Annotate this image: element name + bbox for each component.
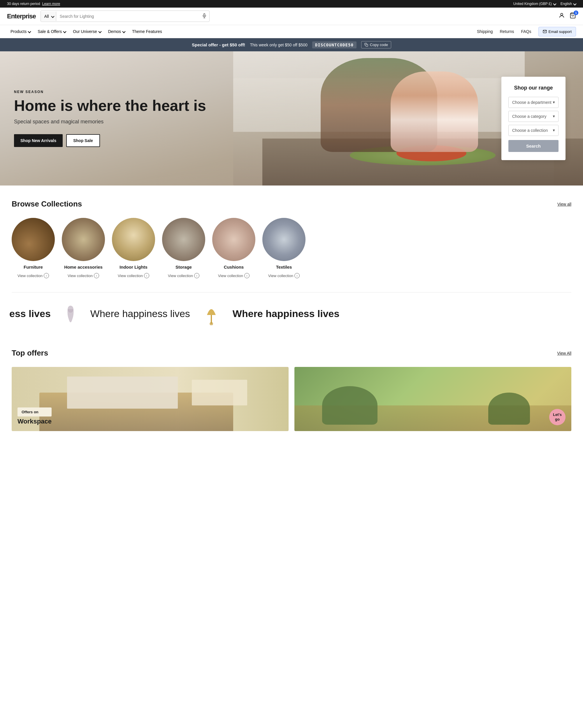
- textiles-arrow-icon: ›: [295, 273, 300, 278]
- promo-description: This week only get $50 off $500: [250, 43, 307, 47]
- happiness-item-1: ess lives: [0, 308, 60, 319]
- garden-cta-icon: Let'sgo: [553, 412, 562, 421]
- collection-name-furniture: Furniture: [24, 264, 43, 269]
- home-accessories-image: [62, 218, 105, 261]
- nav-item-sale[interactable]: Sale & Offers: [34, 25, 70, 38]
- collection-view-cushions[interactable]: View collection ›: [218, 273, 250, 278]
- collection-circle-storage: [162, 218, 205, 261]
- workspace-offer-tag: Offers on: [18, 408, 52, 416]
- search-category-select[interactable]: All: [41, 12, 56, 21]
- returns-link[interactable]: Returns: [500, 29, 514, 34]
- collection-item-textiles[interactable]: Textiles View collection ›: [262, 218, 305, 278]
- learn-more-link[interactable]: Learn more: [42, 2, 60, 6]
- shop-range-widget: Shop our range Choose a department ▼ Cho…: [501, 77, 565, 160]
- collection-item-furniture[interactable]: Furniture View collection ›: [12, 218, 55, 278]
- collection-item-storage[interactable]: Storage View collection ›: [162, 218, 205, 278]
- happiness-strip: ess lives Where happiness lives Where ha…: [0, 292, 583, 335]
- collection-select-wrapper: Choose a collection ▼: [508, 125, 558, 136]
- workspace-offer-title: Workspace: [18, 418, 52, 425]
- top-offers-section: Top offers View All Offers on Workspace: [0, 335, 583, 438]
- search-input[interactable]: [56, 12, 199, 21]
- collection-view-lights[interactable]: View collection ›: [118, 273, 149, 278]
- happiness-item-3: Where happiness lives: [223, 308, 349, 319]
- collection-view-home[interactable]: View collection ›: [67, 273, 99, 278]
- browse-view-all-link[interactable]: View all: [557, 202, 571, 207]
- collection-item-cushions[interactable]: Cushions View collection ›: [212, 218, 255, 278]
- collection-name-storage: Storage: [175, 264, 192, 269]
- hero-content: NEW SEASON Home is where the heart is Sp…: [0, 51, 220, 185]
- hero-title: Home is where the heart is: [14, 98, 206, 114]
- browse-collections-section: Browse Collections View all Furniture Vi…: [0, 185, 583, 292]
- collection-view-storage[interactable]: View collection ›: [168, 273, 199, 278]
- nav-item-theme[interactable]: Theme Features: [129, 25, 166, 38]
- browse-title: Browse Collections: [12, 200, 82, 209]
- nav-item-products[interactable]: Products: [7, 25, 34, 38]
- department-select-wrapper: Choose a department ▼: [508, 97, 558, 108]
- happiness-text-2: Where happiness lives: [90, 308, 190, 319]
- copy-icon: [364, 43, 368, 47]
- svg-rect-6: [366, 44, 368, 46]
- offers-view-all-link[interactable]: View All: [557, 351, 571, 356]
- category-select[interactable]: Choose a category: [508, 111, 558, 122]
- shop-range-title: Shop our range: [508, 85, 558, 91]
- hero-season-tag: NEW SEASON: [14, 90, 206, 94]
- garden-offer-cta[interactable]: Let'sgo: [549, 409, 565, 425]
- language-selector[interactable]: English: [560, 2, 576, 6]
- country-chevron-icon: [553, 2, 556, 5]
- department-select[interactable]: Choose a department: [508, 97, 558, 108]
- svg-rect-0: [204, 14, 205, 16]
- browse-section-header: Browse Collections View all: [12, 200, 571, 209]
- faqs-link[interactable]: FAQs: [521, 29, 531, 34]
- email-support-button[interactable]: Email support: [538, 27, 576, 36]
- shipping-link[interactable]: Shipping: [477, 29, 493, 34]
- storage-arrow-icon: ›: [194, 273, 199, 278]
- top-bar-right: United Kingdom (GBP £) English: [513, 2, 576, 6]
- offer-card-garden[interactable]: Let'sgo: [295, 367, 571, 431]
- copy-code-button[interactable]: Copy code: [361, 41, 391, 48]
- header: Enterprise All: [0, 7, 583, 25]
- hero-buttons: Shop New Arrivals Shop Sale: [14, 134, 206, 147]
- happiness-item-2: Where happiness lives: [81, 308, 199, 319]
- cart-badge: 1: [574, 10, 578, 15]
- return-policy: 30 days return period Learn more: [7, 2, 60, 6]
- collection-item-lights[interactable]: Indoor Lights View collection ›: [112, 218, 155, 278]
- happiness-lamp-icon: [199, 302, 223, 325]
- cushions-image: [212, 218, 255, 261]
- offers-grid: Offers on Workspace Let'sgo: [12, 367, 571, 431]
- collection-name-home: Home accessories: [64, 264, 103, 269]
- collection-select[interactable]: Choose a collection: [508, 125, 558, 136]
- collection-view-textiles[interactable]: View collection ›: [268, 273, 300, 278]
- collection-circle-home: [62, 218, 105, 261]
- nav-left: Products Sale & Offers Our Universe Demo…: [7, 25, 166, 38]
- cushions-arrow-icon: ›: [244, 273, 250, 278]
- shop-sale-button[interactable]: Shop Sale: [66, 134, 100, 147]
- nav-item-demos[interactable]: Demos: [105, 25, 129, 38]
- account-icon[interactable]: [558, 12, 565, 20]
- nav-right: Shipping Returns FAQs Email support: [477, 27, 576, 36]
- workspace-offer-bg: [12, 367, 288, 431]
- collection-view-furniture[interactable]: View collection ›: [18, 273, 49, 278]
- shop-new-arrivals-button[interactable]: Shop New Arrivals: [14, 134, 63, 147]
- main-nav: Products Sale & Offers Our Universe Demo…: [0, 25, 583, 38]
- collections-grid: Furniture View collection › Home accesso…: [12, 218, 571, 278]
- cart-icon[interactable]: 1: [570, 12, 576, 20]
- garden-offer-bg: [295, 367, 571, 431]
- country-selector[interactable]: United Kingdom (GBP £): [513, 2, 556, 6]
- top-offers-title: Top offers: [12, 348, 48, 358]
- collection-item-home[interactable]: Home accessories View collection ›: [62, 218, 105, 278]
- collection-circle-furniture: [12, 218, 55, 261]
- microphone-icon[interactable]: [199, 11, 209, 22]
- offer-card-workspace[interactable]: Offers on Workspace: [12, 367, 288, 431]
- workspace-offer-label: Offers on Workspace: [18, 408, 52, 425]
- email-icon: [543, 29, 547, 33]
- sale-chevron-icon: [63, 30, 66, 33]
- promo-title: Special offer - get $50 off!: [192, 42, 245, 47]
- lights-arrow-icon: ›: [144, 273, 149, 278]
- home-arrow-icon: ›: [94, 273, 99, 278]
- nav-item-universe[interactable]: Our Universe: [70, 25, 104, 38]
- products-chevron-icon: [28, 30, 31, 33]
- top-bar: 30 days return period Learn more United …: [0, 0, 583, 7]
- collection-name-lights: Indoor Lights: [119, 264, 147, 269]
- logo[interactable]: Enterprise: [7, 12, 36, 20]
- range-search-button[interactable]: Search: [508, 140, 558, 152]
